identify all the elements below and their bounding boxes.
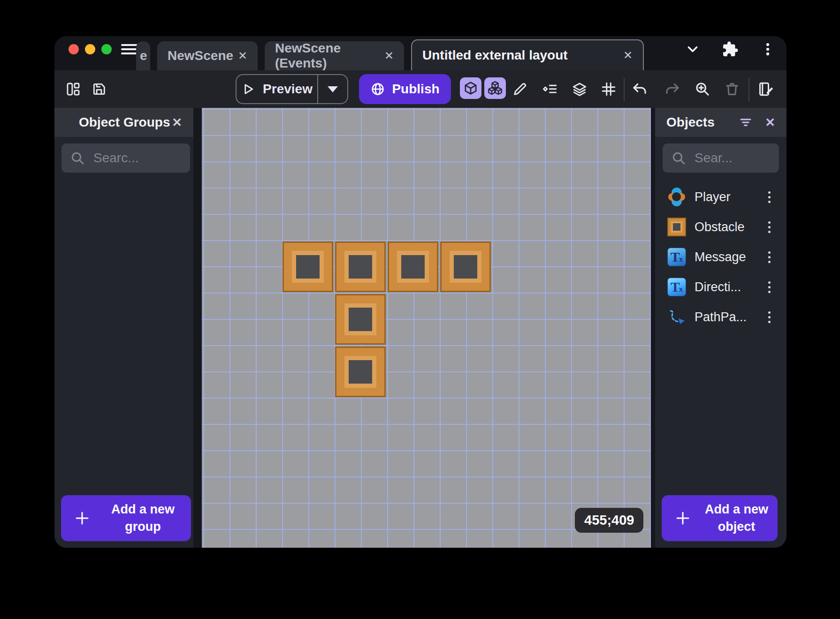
obstacle-instance[interactable] [335,242,386,292]
close-icon[interactable]: ✕ [765,115,775,130]
save-icon[interactable] [89,79,109,99]
preview-button[interactable]: Preview [236,74,348,104]
object-groups-search-input[interactable] [92,150,182,166]
add-object-label-line1: Add a new [705,502,768,516]
object-label: Obstacle [695,220,758,234]
toolbar-divider [624,78,625,101]
object-groups-header: Object Groups ✕ [54,108,193,137]
kebab-menu-icon[interactable] [766,249,772,265]
close-window-button[interactable] [69,44,79,54]
tab-untitled-external-layout[interactable]: Untitled external layout ✕ [411,39,644,70]
tab-newscene-events[interactable]: NewScene (Events) ✕ [265,41,404,70]
kebab-menu-icon[interactable] [766,279,772,295]
tab-label: NewScene (Events) [275,41,384,71]
add-object-button[interactable]: Add a new object [662,495,778,541]
kebab-menu-icon[interactable] [766,189,772,205]
object-label: Directi... [695,280,758,294]
path-icon [667,308,686,326]
undo-icon[interactable] [629,79,650,99]
cube-icon [463,81,478,96]
preview-button-main[interactable]: Preview [237,75,317,103]
objects-list: Player Obstacle Tx Message Tx [655,182,787,332]
close-icon[interactable]: ✕ [238,49,247,62]
grid-icon[interactable] [598,79,619,99]
caret-down-icon [328,86,338,92]
close-icon[interactable]: ✕ [623,49,633,62]
preview-label: Preview [263,82,313,97]
text-object-icon: Tx [667,278,686,296]
obstacle-instance[interactable] [283,242,333,292]
objects-header: Objects ✕ [655,108,787,137]
obstacle-icon [667,218,686,236]
object-row-message[interactable]: Tx Message [655,242,787,272]
tab-bar: e NewScene ✕ NewScene (Events) ✕ Untitle… [54,36,787,70]
close-icon[interactable]: ✕ [172,115,182,130]
toolbar: Preview Publish [54,70,787,108]
tab-strip: e NewScene ✕ NewScene (Events) ✕ Untitle… [136,39,644,70]
text-object-icon: Tx [667,248,686,266]
toolbar-divider [748,78,749,101]
add-group-label-line1: Add a new [111,502,175,516]
app-window: e NewScene ✕ NewScene (Events) ✕ Untitle… [54,36,787,548]
object-groups-title: Object Groups [79,115,170,130]
add-group-label-line2: group [125,520,160,534]
plus-icon [61,510,103,527]
object-row-obstacle[interactable]: Obstacle [655,212,787,242]
zoom-in-icon[interactable] [692,79,713,99]
more-options-kebab-icon[interactable] [749,39,787,60]
window-controls [69,44,112,54]
add-group-button[interactable]: Add a new group [61,495,191,541]
extensions-puzzle-icon[interactable] [711,39,749,60]
objects-title: Objects [666,115,715,130]
tab-label: NewScene [168,48,233,63]
tab-newscene[interactable]: NewScene ✕ [157,41,258,70]
preview-dropdown-button[interactable] [317,75,347,103]
content-area: Object Groups ✕ Add a new group [54,108,787,548]
single-cube-toggle[interactable] [460,77,481,99]
object-label: Player [695,190,758,204]
tab-bar-actions [674,39,787,60]
object-groups-searchbox [61,143,190,173]
obstacle-instance[interactable] [335,294,386,345]
search-icon [70,151,85,166]
play-icon [241,82,255,96]
obstacle-instance[interactable] [440,242,491,292]
instructions-list-icon[interactable] [540,79,560,99]
kebab-menu-icon[interactable] [766,310,772,325]
objects-searchbox [663,143,779,173]
globe-icon [370,82,385,97]
project-manager-icon[interactable] [63,79,84,99]
obstacle-instance[interactable] [335,347,386,397]
zoom-window-button[interactable] [101,44,112,54]
multi-cube-toggle[interactable] [484,77,506,99]
minimize-window-button[interactable] [85,44,95,54]
filter-icon[interactable] [739,115,753,129]
obstacle-instance[interactable] [388,242,438,292]
redo-icon[interactable] [662,79,683,99]
trash-icon[interactable] [722,79,742,99]
scene-canvas[interactable]: 455;409 [202,108,651,548]
objects-search-input[interactable] [694,150,771,166]
kebab-menu-icon[interactable] [766,219,772,235]
chevron-down-icon[interactable] [674,39,711,60]
tiles-layer [202,108,651,548]
plus-icon [662,510,704,527]
object-row-directions[interactable]: Tx Directi... [655,272,787,302]
cubes-icon [487,80,503,96]
tab-clipped[interactable]: e [136,41,150,70]
close-icon[interactable]: ✕ [384,49,394,62]
cursor-coordinates-badge: 455;409 [575,508,643,533]
layers-icon[interactable] [569,79,590,99]
tab-label: Untitled external layout [422,48,568,63]
publish-button[interactable]: Publish [359,74,451,104]
object-label: Message [695,250,758,264]
edit-scene-icon[interactable] [756,79,777,99]
tab-clipped-label: e [140,48,147,63]
add-object-label-line2: object [718,520,756,534]
pencil-icon[interactable] [510,79,530,99]
publish-label: Publish [392,82,439,97]
object-row-player[interactable]: Player [655,182,787,212]
object-row-pathpaint[interactable]: PathPa... [655,302,787,332]
objects-panel: Objects ✕ Player [655,108,787,548]
object-label: PathPa... [695,310,758,325]
